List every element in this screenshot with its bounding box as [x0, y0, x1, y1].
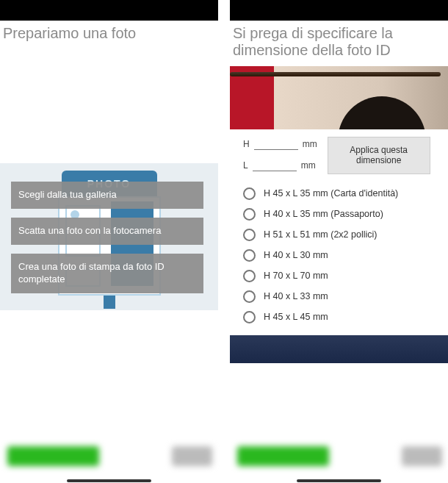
photo-preview-bottom [230, 335, 448, 363]
size-option[interactable]: H 40 x L 35 mm (Passaporto) [243, 208, 435, 221]
page-title: Si prega di specificare la dimensione de… [230, 21, 448, 66]
width-field: L mm [243, 160, 317, 171]
status-bar [0, 0, 218, 21]
size-option[interactable]: H 40 x L 30 mm [243, 249, 435, 262]
choose-gallery-button[interactable]: Scegli dalla tua galleria [11, 182, 203, 209]
radio-icon [243, 290, 256, 303]
size-option-label: H 40 x L 35 mm (Passaporto) [264, 209, 383, 219]
size-option-label: H 40 x L 30 mm [264, 250, 328, 260]
home-indicator [0, 479, 218, 483]
height-input[interactable] [254, 139, 298, 150]
height-field: H mm [243, 139, 317, 150]
size-option-label: H 70 x L 70 mm [264, 271, 328, 281]
radio-icon [243, 311, 256, 323]
spacer [0, 310, 218, 439]
page-title: Prepariamo una foto [0, 21, 218, 49]
size-option[interactable]: H 51 x L 51 mm (2x2 pollici) [243, 229, 435, 241]
radio-icon [243, 270, 256, 282]
width-input[interactable] [253, 160, 297, 171]
size-options-list: H 45 x L 35 mm (Carta d'identità) H 40 x… [230, 174, 448, 329]
width-label: L [243, 160, 248, 171]
size-option[interactable]: H 40 x L 33 mm [243, 290, 435, 303]
dimension-controls: H mm L mm Applica questa dimensione [230, 129, 448, 174]
radio-icon [243, 249, 256, 262]
take-photo-button[interactable]: Scatta una foto con la fotocamera [11, 218, 203, 245]
size-option-label: H 45 x L 35 mm (Carta d'identità) [264, 188, 398, 198]
create-from-id-button[interactable]: Crea una foto di stampa da foto ID compl… [11, 254, 203, 293]
status-bar [230, 0, 448, 21]
ad-banner[interactable] [230, 439, 448, 479]
ad-banner[interactable] [0, 439, 218, 479]
size-option[interactable]: H 45 x L 45 mm [243, 311, 435, 323]
photo-preview-top [230, 66, 448, 129]
apply-dimension-button[interactable]: Applica questa dimensione [328, 137, 430, 174]
size-option-label: H 45 x L 45 mm [264, 312, 328, 322]
left-screen: Prepariamo una foto PHOTO Scegli dalla t… [0, 0, 218, 483]
size-option[interactable]: H 70 x L 70 mm [243, 270, 435, 282]
unit-label: mm [303, 139, 317, 149]
right-screen: Si prega di specificare la dimensione de… [230, 0, 448, 483]
size-option-label: H 51 x L 51 mm (2x2 pollici) [264, 229, 377, 240]
illustration-area: PHOTO Scegli dalla tua galleria Scatta u… [0, 163, 218, 310]
spacer [0, 49, 218, 163]
spacer [230, 363, 448, 439]
size-option[interactable]: H 45 x L 35 mm (Carta d'identità) [243, 187, 435, 200]
radio-icon [243, 208, 256, 221]
radio-icon [243, 229, 256, 241]
home-indicator [230, 479, 448, 483]
size-option-label: H 40 x L 33 mm [264, 291, 328, 301]
radio-icon [243, 187, 256, 200]
unit-label: mm [301, 160, 316, 171]
option-list: Scegli dalla tua galleria Scatta una fot… [11, 182, 203, 293]
height-label: H [243, 139, 250, 149]
